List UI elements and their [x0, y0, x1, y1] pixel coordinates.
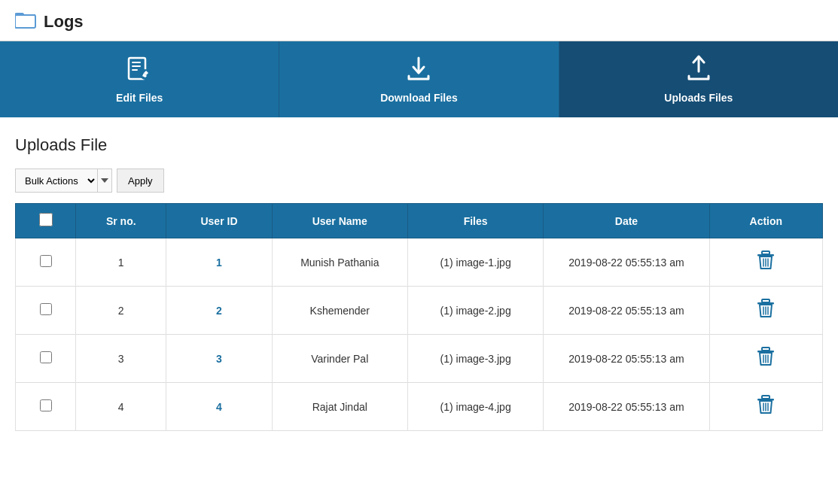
row-action: [709, 287, 822, 335]
tab-edit-files[interactable]: Edit Files: [0, 41, 279, 117]
row-srno: 1: [76, 238, 166, 287]
table-row: 2 2 Kshemender (1) image-2.jpg 2019-08-2…: [16, 287, 823, 335]
delete-button[interactable]: [752, 249, 779, 275]
toolbar: Bulk Actions Apply: [15, 169, 823, 193]
row-action: [709, 383, 822, 431]
row-srno: 2: [76, 287, 166, 335]
header-date: Date: [544, 204, 709, 238]
row-files: (1) image-1.jpg: [407, 238, 543, 287]
row-checkbox[interactable]: [40, 351, 52, 363]
table-row: 3 3 Varinder Pal (1) image-3.jpg 2019-08…: [16, 335, 823, 383]
row-date: 2019-08-22 05:55:13 am: [544, 238, 709, 287]
svg-rect-5: [762, 251, 769, 254]
user-id-link[interactable]: 3: [216, 353, 222, 365]
folder-icon: [15, 11, 36, 33]
row-files: (1) image-3.jpg: [407, 335, 543, 383]
delete-button[interactable]: [752, 345, 779, 372]
row-date: 2019-08-22 05:55:13 am: [544, 287, 709, 335]
header-userid: User ID: [166, 204, 272, 238]
delete-button[interactable]: [752, 393, 779, 420]
uploads-table: Sr no. User ID User Name Files Date: [15, 203, 823, 431]
row-checkbox[interactable]: [40, 255, 52, 267]
apply-button[interactable]: Apply: [117, 169, 164, 193]
section-title: Uploads File: [15, 135, 823, 155]
select-all-checkbox[interactable]: [39, 213, 53, 226]
svg-rect-15: [762, 348, 769, 351]
user-id-link[interactable]: 1: [216, 257, 222, 269]
upload-icon: [684, 55, 713, 87]
user-id-link[interactable]: 4: [216, 401, 222, 413]
header-checkbox-col: [16, 204, 76, 238]
row-srno: 3: [76, 335, 166, 383]
row-username: Varinder Pal: [272, 335, 407, 383]
delete-button[interactable]: [752, 297, 779, 323]
content-area: Uploads File Bulk Actions Apply Sr no.: [0, 117, 838, 446]
tab-download-files[interactable]: Download Files: [279, 41, 559, 117]
row-srno: 4: [76, 383, 166, 431]
user-id-link[interactable]: 2: [216, 305, 222, 317]
row-username: Rajat Jindal: [272, 383, 407, 431]
row-userid: 2: [166, 287, 272, 335]
tab-edit-files-label: Edit Files: [116, 92, 163, 104]
table-header-row: Sr no. User ID User Name Files Date: [16, 204, 823, 238]
header-files: Files: [407, 204, 543, 238]
bulk-actions-dropdown-arrow[interactable]: [98, 169, 112, 193]
row-checkbox[interactable]: [40, 399, 52, 411]
svg-rect-10: [762, 299, 769, 302]
tab-download-files-label: Download Files: [380, 92, 458, 104]
row-checkbox-cell: [16, 335, 76, 383]
download-icon: [404, 55, 433, 87]
svg-rect-20: [762, 396, 769, 399]
row-username: Kshemender: [272, 287, 407, 335]
tab-upload-files-label: Uploads Files: [664, 92, 733, 104]
tab-bar: Edit Files Download Files Uploads File: [0, 41, 838, 117]
row-checkbox-cell: [16, 287, 76, 335]
table-row: 4 4 Rajat Jindal (1) image-4.jpg 2019-08…: [16, 383, 823, 431]
tab-upload-files[interactable]: Uploads Files: [559, 41, 838, 117]
row-action: [709, 335, 822, 383]
row-checkbox-cell: [16, 238, 76, 287]
row-action: [709, 238, 822, 287]
row-userid: 3: [166, 335, 272, 383]
header-srno: Sr no.: [76, 204, 166, 238]
row-files: (1) image-2.jpg: [407, 287, 543, 335]
edit-icon: [126, 55, 153, 87]
row-userid: 4: [166, 383, 272, 431]
page-title: Logs: [44, 12, 84, 32]
table-row: 1 1 Munish Pathania (1) image-1.jpg 2019…: [16, 238, 823, 287]
row-checkbox-cell: [16, 383, 76, 431]
header-action: Action: [709, 204, 822, 238]
svg-marker-3: [101, 178, 108, 183]
row-checkbox[interactable]: [40, 303, 52, 315]
svg-rect-0: [15, 15, 35, 28]
row-date: 2019-08-22 05:55:13 am: [544, 335, 709, 383]
bulk-actions-select[interactable]: Bulk Actions: [15, 169, 98, 193]
header-username: User Name: [272, 204, 407, 238]
row-date: 2019-08-22 05:55:13 am: [544, 383, 709, 431]
page-header: Logs: [0, 0, 838, 41]
row-username: Munish Pathania: [272, 238, 407, 287]
row-files: (1) image-4.jpg: [407, 383, 543, 431]
row-userid: 1: [166, 238, 272, 287]
